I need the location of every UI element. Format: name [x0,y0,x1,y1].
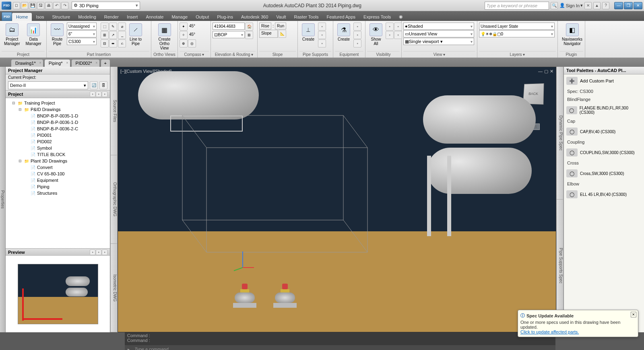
project-tree[interactable]: ⊟📁Training Project⊟📁P&ID Drawings📄BNDP-B… [6,98,110,248]
minimize-button[interactable]: — [614,2,623,9]
tool-palette-tab[interactable]: Dynamic Pipe Spec [557,67,563,200]
palette-item[interactable]: ◯Cross,SW,3000 (CS300) [564,167,644,180]
side-rail-tab[interactable]: Source Files [111,67,117,155]
sm-btn[interactable]: ⬌ [109,39,117,47]
tree-item[interactable]: ⊟📁Plant 3D Drawings [7,158,108,164]
current-project-dropdown[interactable]: Demo-II [8,81,88,89]
vp-close-icon[interactable]: ✕ [550,69,553,74]
compass-icon[interactable]: ✦ [180,23,188,31]
vp-minimize-icon[interactable]: — [538,69,543,74]
sm-btn[interactable]: ▫ [353,23,361,31]
tree-item[interactable]: 📄PID002 [7,138,108,145]
refresh-icon[interactable]: 🔄 [90,81,98,89]
compass-icon[interactable]: ⊕ [180,39,188,47]
sm-btn[interactable]: ↗ [109,31,117,39]
viewport-dropdown[interactable]: ▦ Single viewport ▾ [403,38,474,45]
sm-btn[interactable]: ▫ [96,249,101,255]
data-manager-button[interactable]: 📊Data Manager [23,23,43,47]
sm-btn[interactable]: ▫ [353,39,361,47]
db-icon[interactable]: 🗄 [99,81,107,89]
spec-dropdown[interactable]: CS300 [67,38,97,45]
search-icon[interactable]: 🔍 [551,2,558,9]
new-icon[interactable]: 🗋 [13,2,20,9]
slope-button[interactable]: Slope [259,30,278,38]
rise-button[interactable]: Rise [259,23,271,29]
sm-btn[interactable]: ⌀ [118,23,126,31]
ribbon-tab-isos[interactable]: Isos [32,13,48,21]
add-custom-part[interactable]: ➕Add Custom Part [564,74,644,87]
saveas-icon[interactable]: 🖫 [37,2,44,9]
sm-btn[interactable]: ▫ [90,249,95,255]
sm-btn[interactable]: ▫ [96,91,101,97]
notif-link[interactable]: Click to update affected parts. [520,329,636,334]
sm-btn[interactable]: ⎌ [118,39,126,47]
tree-item[interactable]: 📄Structures [7,190,108,196]
layer-state-dropdown[interactable]: Unsaved Layer State [479,23,555,30]
sm-btn[interactable]: ▫ [394,31,402,39]
palette-item[interactable]: ◯FLANGE BLIND,FL,RF,300 (CS300) [564,103,644,117]
ribbon-tab-plug-ins[interactable]: Plug-ins [213,13,237,21]
route-pipe-button[interactable]: 〰Route Pipe [48,23,66,47]
visual-style-dropdown[interactable]: ● Shaded [403,23,474,30]
tag-dropdown[interactable]: Unassigned [67,23,97,30]
ribbon-tab-insert[interactable]: Insert [123,13,142,21]
app-icon[interactable]: ▲ [593,2,601,9]
size-dropdown[interactable]: 6" [67,30,97,37]
sm-btn[interactable]: ▫ [394,23,402,31]
redo-icon[interactable]: ↷ [61,2,68,9]
compass-icon[interactable]: ◎ [188,39,196,47]
signin-button[interactable]: 👤 Sign In ▾ [559,3,583,8]
show-all-button[interactable]: 👁Show All [367,23,385,47]
restore-button[interactable]: ❐ [624,2,633,9]
tree-item[interactable]: 📄BNDP-B-P-0035-1-D [7,113,108,119]
sm-btn[interactable]: ⊞ [245,31,253,39]
tree-item[interactable]: ⊟📁P&ID Drawings [7,106,108,113]
layer-dropdown[interactable]: 💡☀❄🔒▢ 0 [479,30,555,37]
tab-close-icon[interactable]: × [66,61,68,65]
notification-close-button[interactable]: ✕ [631,312,636,317]
open-icon[interactable]: 📂 [21,2,28,9]
sm-btn[interactable]: ⊞ [101,31,109,39]
tree-item[interactable]: 📄PID001 [7,132,108,138]
tab-close-icon[interactable]: × [95,61,97,65]
project-manager-button[interactable]: 🗂Project Manager [2,23,22,47]
ribbon-tab-raster-tools[interactable]: Raster Tools [290,13,323,21]
elevation-input[interactable] [213,23,245,30]
tab-close-icon[interactable]: × [39,61,41,65]
pick-icon[interactable]: 🏠 [245,23,253,31]
run-button[interactable]: Run [275,23,286,29]
doc-tab[interactable]: Drawing1*× [11,60,43,67]
create-ortho-button[interactable]: ▦Create Ortho View [153,23,176,51]
tree-item[interactable]: 📄Symbol [7,145,108,151]
help-icon[interactable]: ? [602,2,609,9]
sm-btn[interactable]: ▫ [386,31,394,39]
sm-btn[interactable]: ▫ [90,91,95,97]
sm-btn[interactable]: ✎ [109,23,117,31]
sm-btn[interactable]: ⬚ [101,23,109,31]
side-rail-tab[interactable]: Orthographic DWG [111,155,117,244]
search-input[interactable]: Type a keyword or phrase [485,2,549,10]
exchange-icon[interactable]: ✕ [584,2,592,9]
sm-btn[interactable]: ▫ [353,31,361,39]
slope-icon[interactable]: 📐 [278,30,286,38]
line-to-pipe-button[interactable]: ⟋Line to Pipe [127,23,144,47]
new-tab-button[interactable]: + [101,60,110,67]
3d-viewport[interactable]: [−][Custom View][Shaded] — ▢ ✕ BACK WCS [118,67,556,332]
tree-item[interactable]: 📄BNDP-B-P-0036-1-D [7,119,108,126]
close-button[interactable]: ✕ [634,2,642,9]
sm-btn[interactable]: ▫ [318,23,326,31]
undo-icon[interactable]: ↶ [53,2,60,9]
side-rail-tab[interactable]: Isometric DWG [111,244,117,332]
vp-maximize-icon[interactable]: ▢ [544,69,548,74]
palette-item[interactable]: ◯CAP,BV,40 (CS300) [564,125,644,138]
sm-btn[interactable]: ▫ [102,91,107,97]
ribbon-tab-autodesk-360[interactable]: Autodesk 360 [237,13,272,21]
sm-btn[interactable]: ⊟ [101,39,109,47]
app-logo[interactable]: P3D [2,2,11,10]
workspace-dropdown[interactable]: ⚙ 3D Piping [72,2,140,10]
ribbon-tab-modeling[interactable]: Modeling [74,13,100,21]
ribbon-tab-home[interactable]: Home [12,13,32,21]
sm-btn[interactable]: ▫ [386,23,394,31]
ribbon-tab-annotate[interactable]: Annotate [142,13,167,21]
navisworks-button[interactable]: ◧Navisworks Navigator [559,23,585,47]
